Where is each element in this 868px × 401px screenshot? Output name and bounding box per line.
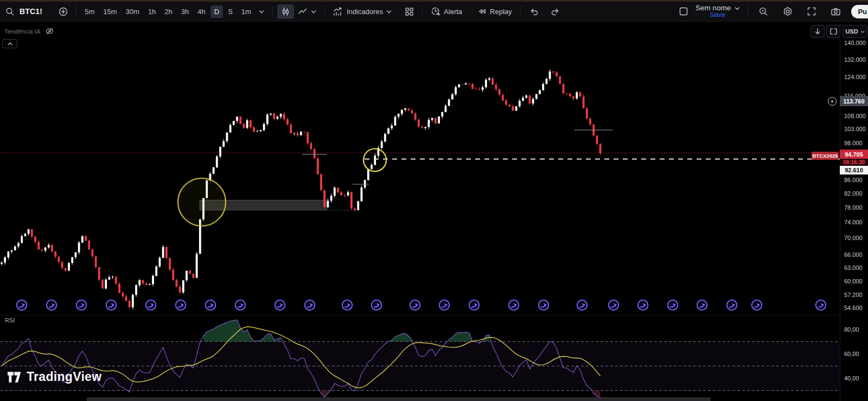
svg-text:108.000: 108.000 [844, 113, 866, 119]
indicators-icon [333, 7, 343, 16]
eye-hidden-icon[interactable] [45, 27, 54, 36]
toolbar-separator [520, 5, 521, 17]
timeframe-30m[interactable]: 30m [122, 5, 143, 18]
signal-arrow-icon [372, 300, 381, 310]
line-style-button[interactable] [294, 4, 320, 18]
search-icon[interactable] [5, 7, 15, 16]
price-lines [0, 130, 840, 184]
collapse-pane-button[interactable] [2, 39, 17, 48]
timeframe-5m[interactable]: 5m [81, 5, 98, 18]
signal-arrow-icon [509, 300, 519, 310]
price-chart-canvas[interactable]: 140.000132.000124.000116.000108.000103.0… [0, 0, 868, 401]
rsi-pane: 80,0060,0040,00 [0, 320, 859, 397]
chevron-down-icon [735, 6, 740, 11]
undo-button[interactable] [525, 4, 542, 18]
scroll-to-recent-button[interactable] [810, 25, 825, 38]
bar-countdown-label: 08:16:30 [840, 159, 868, 166]
toolbar-separator [422, 5, 423, 17]
signal-markers[interactable] [17, 300, 826, 310]
compare-add-button[interactable] [55, 4, 72, 19]
signal-arrow-icon [469, 300, 479, 310]
chevron-down-icon [311, 9, 316, 14]
symbol-button[interactable]: BTC1! [16, 4, 46, 18]
svg-text:98.000: 98.000 [844, 140, 863, 146]
indicators-button[interactable]: Indicadores [329, 4, 395, 19]
signal-arrow-icon [752, 300, 762, 310]
toolbar-separator [748, 5, 748, 17]
candle-style-button[interactable] [277, 4, 294, 19]
svg-text:103.000: 103.000 [844, 126, 866, 132]
alert-clock-icon [431, 7, 441, 16]
layout-name-label: Sem nome [695, 4, 731, 12]
svg-text:86.000: 86.000 [844, 177, 863, 183]
toolbar-separator [324, 5, 325, 17]
layout-name-menu[interactable]: Sem nome Salvar [694, 4, 741, 18]
timeframe-group: 5m15m30m1h2h3h4hDS1m [81, 5, 255, 18]
svg-text:63.000: 63.000 [844, 264, 863, 271]
signal-arrow-icon [342, 300, 352, 310]
timeframe-15m[interactable]: 15m [99, 5, 120, 18]
svg-text:80,00: 80,00 [844, 326, 859, 333]
tradingview-logo-text: TradingView [27, 370, 101, 384]
currency-label: USD [845, 28, 858, 35]
signal-arrow-icon [816, 300, 826, 310]
save-link[interactable]: Salvar [710, 12, 725, 18]
add-order-plus-icon[interactable]: + [828, 97, 837, 106]
replay-button[interactable]: Replay [474, 4, 515, 18]
study-legend[interactable]: Tendência IA [4, 27, 54, 36]
signal-arrow-icon [146, 300, 156, 310]
candles-layer [1, 69, 601, 309]
currency-selector[interactable]: USD [843, 25, 867, 38]
timeframe-menu-chevron[interactable] [255, 7, 268, 17]
price-axis-labels: 140.000132.000124.000116.000108.000103.0… [844, 40, 866, 311]
signal-arrow-icon [47, 300, 56, 310]
timeframe-S[interactable]: S [224, 5, 237, 18]
bottom-panel-strip[interactable] [87, 397, 711, 401]
svg-text:66.000: 66.000 [844, 251, 863, 258]
tradingview-logo[interactable]: TradingView [8, 370, 101, 384]
alert-button[interactable]: Alerta [427, 4, 466, 19]
layout-grid-button[interactable] [401, 4, 418, 19]
svg-text:60.000: 60.000 [844, 278, 863, 284]
signal-arrow-icon [577, 300, 587, 310]
signal-arrow-icon [410, 300, 420, 310]
alert-label: Alerta [444, 8, 462, 16]
quick-search-button[interactable] [755, 4, 773, 20]
signal-arrow-icon [668, 300, 678, 310]
timeframe-D[interactable]: D [210, 5, 223, 18]
rsi-pane-title[interactable]: RSI [5, 317, 15, 324]
timeframe-1m[interactable]: 1m [238, 5, 255, 18]
redo-button[interactable] [547, 4, 564, 18]
svg-text:74.000: 74.000 [844, 219, 863, 225]
svg-text:40,00: 40,00 [844, 375, 859, 381]
toolbar-separator [76, 5, 76, 17]
chevron-down-icon [386, 9, 392, 14]
publish-button[interactable]: Pu [851, 5, 868, 18]
settings-gear-button[interactable] [779, 4, 796, 19]
signal-arrow-icon [76, 300, 86, 310]
signal-arrow-icon [638, 300, 648, 310]
timeframe-4h[interactable]: 4h [194, 5, 209, 18]
signal-arrow-icon [305, 300, 315, 310]
auto-scale-button[interactable] [826, 25, 840, 38]
screenshot-camera-button[interactable] [827, 4, 845, 19]
last-price-label: 94.705 [840, 150, 868, 159]
replay-icon [477, 7, 487, 16]
signal-arrow-icon [206, 300, 215, 310]
chevron-down-icon [860, 30, 865, 34]
fullscreen-button[interactable] [803, 4, 820, 19]
toolbar-separator [272, 5, 273, 17]
tradingview-logo-icon [8, 371, 22, 383]
svg-text:132.000: 132.000 [844, 56, 866, 63]
highlight-circles [178, 148, 386, 226]
svg-text:54.600: 54.600 [844, 305, 863, 311]
indicators-label: Indicadores [347, 8, 383, 16]
svg-text:140.000: 140.000 [844, 40, 866, 46]
crosshair-price-label: 113.760 [840, 96, 868, 106]
timeframe-1h[interactable]: 1h [144, 5, 159, 18]
tradingview-app: { "toolbar": { "symbol": "BTC1!", "timef… [0, 0, 868, 401]
timeframe-2h[interactable]: 2h [161, 5, 176, 18]
svg-text:82.000: 82.000 [844, 190, 863, 197]
layout-select-button[interactable] [675, 4, 692, 19]
timeframe-3h[interactable]: 3h [177, 5, 193, 18]
